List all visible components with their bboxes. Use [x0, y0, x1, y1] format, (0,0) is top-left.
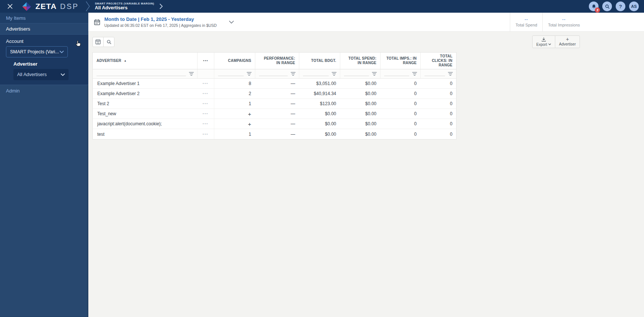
user-avatar[interactable]: AS	[629, 1, 639, 11]
summary-stats: -- Total Spend -- Total Impressions	[510, 13, 585, 31]
advertisers-table: ADVERTISER ▲ ••• CAMPAIGNS PERFORMANCE: …	[92, 52, 457, 139]
filter-icon[interactable]	[332, 72, 337, 76]
add-advertiser-label: Advertiser	[559, 42, 576, 46]
filter-icon[interactable]	[291, 72, 296, 76]
total-clicks-cell: 0	[420, 99, 456, 109]
total-imps-cell: 0	[380, 119, 420, 129]
total-budget-cell: $0.00	[299, 109, 340, 119]
filter-input[interactable]	[218, 76, 244, 76]
search-button[interactable]	[602, 1, 612, 11]
total-spend-cell: $0.00	[340, 119, 380, 129]
total-clicks-cell: 0	[420, 89, 456, 98]
brand: ZETA DSP	[35, 2, 79, 11]
performance-cell: —	[255, 99, 299, 109]
filter-icon[interactable]	[372, 72, 377, 76]
total-spend-cell: $0.00	[340, 99, 380, 109]
column-header-total-budget[interactable]: TOTAL BDGT.	[299, 53, 340, 69]
column-header-total-imps[interactable]: TOTAL IMPS.: IN RANGE	[380, 53, 420, 69]
column-header-total-spend[interactable]: TOTAL SPEND: IN RANGE	[340, 53, 380, 69]
table-filter-row	[93, 69, 456, 79]
row-menu-icon[interactable]: •••	[197, 79, 214, 88]
table-body: Example Advertiser 1 ••• 8 — $3,051.00 $…	[93, 79, 456, 139]
campaigns-cell[interactable]: 1	[214, 99, 255, 109]
campaigns-cell[interactable]: +	[214, 119, 255, 129]
column-header-performance[interactable]: PERFORMANCE: IN RANGE	[255, 53, 299, 69]
column-header-campaigns[interactable]: CAMPAIGNS	[214, 53, 255, 69]
filter-input[interactable]	[384, 76, 409, 76]
export-button[interactable]: Export	[532, 35, 555, 48]
table-row[interactable]: test ••• 1 — $0.00 $0.00 0 0	[93, 129, 456, 139]
advertiser-name-cell[interactable]: Example Advertiser 2	[93, 89, 197, 98]
filter-cell-total-budget	[299, 69, 340, 78]
advertiser-name-cell[interactable]: javacript:alert(document.cookie);	[93, 119, 197, 129]
search-grid-button[interactable]	[103, 37, 114, 47]
advertiser-name-cell[interactable]: Test 2	[93, 99, 197, 109]
notifications-button[interactable]: 3	[589, 1, 599, 11]
breadcrumb-next-icon[interactable]	[160, 4, 163, 9]
table-row[interactable]: Example Advertiser 1 ••• 8 — $3,051.00 $…	[93, 79, 456, 89]
filter-input[interactable]	[259, 76, 288, 76]
chevron-down-icon[interactable]	[229, 21, 234, 24]
campaigns-cell[interactable]: 1	[214, 129, 255, 139]
filter-icon[interactable]	[412, 72, 417, 76]
sidebar-item-label: Advertisers	[6, 26, 30, 32]
filter-icon[interactable]	[247, 72, 252, 76]
column-menu-icon[interactable]: •••	[197, 53, 214, 69]
sidebar-item-label: My Items	[6, 15, 26, 21]
filter-input[interactable]	[344, 76, 369, 76]
breadcrumb[interactable]: SMART PROJECTS (VARIABLE MARGIN) All Adv…	[95, 2, 154, 11]
grid-toolbar: Export + Advertiser	[88, 32, 644, 52]
advertiser-name-cell[interactable]: Example Advertiser 1	[93, 79, 197, 88]
filter-icon[interactable]	[189, 72, 194, 76]
row-menu-icon[interactable]: •••	[197, 99, 214, 109]
table-row[interactable]: Test_new ••• + — $0.00 $0.00 0 0	[93, 109, 456, 119]
filter-icon[interactable]	[448, 72, 453, 76]
filter-input[interactable]	[97, 76, 186, 76]
table-row[interactable]: Example Advertiser 2 ••• 2 — $40,914.34 …	[93, 89, 456, 99]
campaigns-cell[interactable]: +	[214, 109, 255, 119]
avatar-initials: AS	[631, 4, 637, 9]
total-imps-cell: 0	[380, 109, 420, 119]
advertiser-name-cell[interactable]: Test_new	[93, 109, 197, 119]
help-button[interactable]: ?	[616, 1, 625, 11]
advertiser-select[interactable]: All Advertisers	[13, 69, 69, 80]
account-select[interactable]: SMART Projects (Vari...	[6, 46, 68, 57]
sidebar-item-my-items[interactable]: My Items	[0, 13, 88, 23]
filter-input[interactable]	[424, 76, 445, 76]
calendar-icon	[94, 19, 100, 25]
column-header-advertiser[interactable]: ADVERTISER ▲	[93, 53, 197, 69]
column-header-total-clicks[interactable]: TOTAL CLICKS: IN RANGE	[420, 53, 456, 69]
date-range-dropdown[interactable]: Month to Date | Feb 1, 2025 - Yesterday …	[94, 16, 234, 28]
zeta-logo-icon	[22, 1, 32, 12]
total-spend-cell: $0.00	[340, 129, 380, 139]
add-advertiser-button[interactable]: + Advertiser	[555, 35, 580, 48]
table-row[interactable]: javacript:alert(document.cookie); ••• + …	[93, 119, 456, 129]
date-range-title: Month to Date | Feb 1, 2025 - Yesterday	[104, 16, 217, 22]
filter-input[interactable]	[303, 76, 329, 76]
sidebar: My Items Advertisers Account SMART Proje…	[0, 13, 88, 317]
sidebar-item-label: Admin	[6, 88, 20, 94]
total-clicks-cell: 0	[420, 119, 456, 129]
row-menu-icon[interactable]: •••	[197, 129, 214, 139]
total-budget-cell: $123.00	[299, 99, 340, 109]
sidebar-item-admin[interactable]: Admin	[0, 85, 88, 96]
advertiser-label: Advertiser	[13, 61, 82, 67]
breadcrumb-page: All Advertisers	[95, 5, 154, 11]
sidebar-item-advertisers[interactable]: Advertisers	[0, 23, 88, 35]
sort-asc-icon: ▲	[124, 59, 126, 62]
chevron-down-icon	[60, 51, 64, 53]
campaigns-cell[interactable]: 2	[214, 89, 255, 98]
row-menu-icon[interactable]: •••	[197, 109, 214, 119]
total-spend-cell: $0.00	[340, 109, 380, 119]
total-imps-cell: 0	[380, 129, 420, 139]
row-menu-icon[interactable]: •••	[197, 119, 214, 129]
campaigns-cell[interactable]: 8	[214, 79, 255, 88]
columns-button[interactable]	[92, 37, 104, 47]
advertiser-name-cell[interactable]: test	[93, 129, 197, 139]
close-icon[interactable]	[4, 0, 16, 13]
table-row[interactable]: Test 2 ••• 1 — $123.00 $0.00 0 0	[93, 99, 456, 109]
row-menu-icon[interactable]: •••	[197, 89, 214, 98]
zeta-dsp-app: ZETA DSP SMART PROJECTS (VARIABLE MARGIN…	[0, 0, 644, 317]
date-header-bar: Month to Date | Feb 1, 2025 - Yesterday …	[88, 13, 644, 32]
plus-icon: +	[566, 37, 569, 41]
